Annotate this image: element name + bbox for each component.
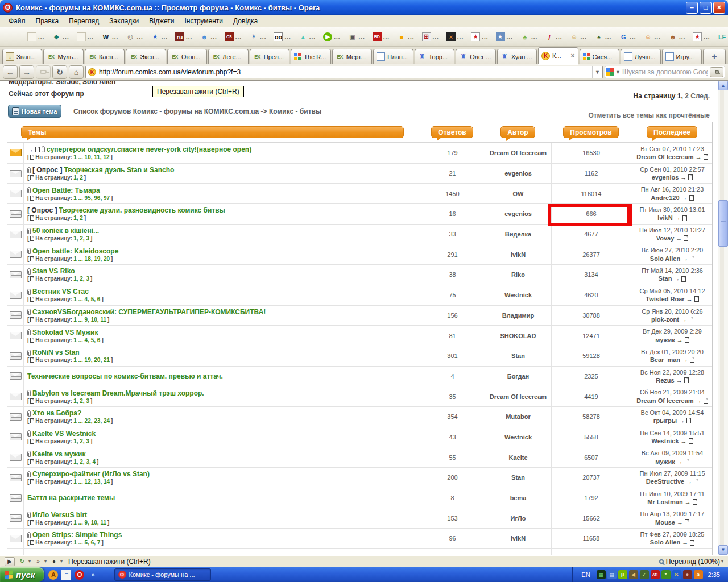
forward-button[interactable]: →	[19, 65, 34, 79]
goto-latest-icon[interactable]: →	[675, 214, 681, 222]
minimize-button[interactable]: –	[686, 2, 698, 14]
tab-[interactable]: KК...×	[538, 47, 578, 64]
tray-a-icon[interactable]: a	[694, 570, 703, 579]
bookmark-item[interactable]: ...	[77, 32, 94, 41]
page-links[interactable]: 1 ... 12, 13, 14	[73, 479, 110, 485]
quicklaunch-opera-icon[interactable]: O	[75, 570, 84, 580]
lastpost-author-link[interactable]: Solo Alien	[650, 255, 680, 263]
scroll-down-icon[interactable]: ▼	[718, 545, 728, 555]
topic-title-link[interactable]: Stan VS Riko	[32, 267, 75, 275]
bookmark-item[interactable]: ■...	[397, 32, 414, 41]
new-topic-button[interactable]: Новая тема	[8, 105, 61, 118]
topic-title-link[interactable]: Вестник VS Стас	[32, 288, 89, 296]
images-toggle-icon-dropdown[interactable]: ▾	[44, 559, 47, 564]
tab-[interactable]: EXМерт...	[332, 49, 372, 64]
page-reload-icon[interactable]: ↻	[17, 557, 27, 566]
goto-latest-icon[interactable]: →	[677, 458, 683, 465]
tab-[interactable]: ↓Зван...	[2, 49, 42, 64]
tray-led-grid-icon[interactable]: ▦	[597, 570, 606, 579]
goto-latest-icon[interactable]: →	[677, 518, 683, 526]
tab-[interactable]: ♜Хуан ...	[497, 49, 537, 64]
bookmark-item[interactable]: W...	[101, 32, 118, 41]
bookmark-item[interactable]: ★...	[471, 32, 488, 41]
bookmark-item[interactable]: G...	[619, 32, 636, 41]
page-reload-icon-dropdown[interactable]: ▾	[28, 559, 31, 564]
goto-latest-icon[interactable]: →	[696, 153, 702, 161]
topic-title-link[interactable]: Kaelte VS Westnick	[32, 430, 96, 438]
tray-wing-icon[interactable]: ✓	[640, 570, 649, 579]
bookmark-item[interactable]: ♠...	[594, 32, 611, 41]
bookmark-item[interactable]: ◎...	[126, 32, 143, 41]
goto-latest-icon[interactable]: →	[676, 234, 682, 242]
vertical-scrollbar[interactable]: ▲ ▼	[718, 81, 728, 555]
maximize-button[interactable]: □	[700, 2, 712, 14]
page-links[interactable]: 1 ... 4, 5, 6	[73, 337, 100, 343]
page-links[interactable]: 1 ... 95, 96, 97	[73, 195, 110, 201]
tray-volume-icon[interactable]: ◀	[629, 570, 638, 579]
language-indicator[interactable]: EN	[577, 571, 594, 578]
menu-item-Перегляд[interactable]: Перегляд	[64, 16, 104, 26]
lastpost-author-link[interactable]: Bear_man	[650, 356, 680, 364]
bookmark-item[interactable]: ⊞...	[422, 32, 439, 41]
bookmark-item[interactable]: ☻...	[200, 32, 217, 41]
lastpost-author-link[interactable]: Vovay	[656, 234, 675, 242]
topic-title-link[interactable]: Баттл на раскрытие темы	[27, 494, 115, 502]
topic-title-link[interactable]: Kaelte vs мужик	[32, 450, 85, 458]
bookmark-item[interactable]: ☀...	[249, 32, 266, 41]
tab-[interactable]: EXЭксп...	[126, 49, 166, 64]
url-field[interactable]: K http://forum.comics.com.ua/viewforum.p…	[85, 66, 603, 78]
goto-latest-icon[interactable]: →	[696, 397, 702, 405]
tab-[interactable]: Лучш...	[621, 49, 660, 64]
bookmark-item[interactable]: ☻...	[668, 32, 685, 41]
bookmark-item[interactable]: ...	[27, 32, 44, 41]
quick-launch-overflow-icon[interactable]: »	[89, 571, 97, 578]
page-links[interactable]: 1, 2	[73, 215, 83, 221]
topic-title-link[interactable]: Суперхиро-файтинг (ИгЛо vs Stan)	[32, 470, 150, 478]
bookmark-item[interactable]: ▣...	[348, 32, 365, 41]
tab-[interactable]: ♜Торр...	[415, 49, 454, 64]
topic-title-link[interactable]: Open battle: Kaleidoscope	[32, 247, 118, 255]
search-button[interactable]	[710, 67, 723, 77]
lastpost-author-link[interactable]: мужик	[655, 458, 675, 465]
topic-title-link[interactable]: Babylon vs Icecream Dream.Мрачный трэш х…	[32, 389, 204, 397]
bookmark-item[interactable]: ▶...	[323, 32, 340, 41]
page-links[interactable]: 1 ... 19, 20, 21	[73, 357, 110, 363]
breadcrumb-forum-list-link[interactable]: Список форумов Комикс - форумы на КОМИКС…	[73, 107, 259, 115]
topic-title-link[interactable]: Технические вопросы по комикс-битвам. пр…	[27, 372, 223, 380]
bookmark-item[interactable]: ★...	[693, 32, 710, 41]
tray-network-icon[interactable]: ▤	[607, 570, 617, 579]
topic-title-link[interactable]: СахновVSБогдановский: СУПЕРМЕГАУЛЬТРАГИП…	[32, 308, 266, 316]
lastpost-author-link[interactable]: Mr Lostman	[647, 498, 682, 506]
search-box[interactable]: ▼ Шукати за допомогою Google	[605, 66, 725, 78]
page-links[interactable]: 1 ... 22, 23, 24	[73, 418, 110, 424]
scroll-up-icon[interactable]: ▲	[718, 81, 728, 90]
goto-latest-icon[interactable]: →	[682, 255, 688, 263]
topic-title-link[interactable]: Хто на Бобра?	[32, 409, 81, 417]
topic-title-link[interactable]: супергерои олдскул.спасите never-york ci…	[47, 146, 251, 153]
tray-ati-icon[interactable]: ATI	[651, 570, 660, 579]
images-toggle-icon[interactable]: »	[33, 557, 43, 566]
page-links[interactable]: 1 ... 9, 10, 11	[73, 519, 106, 526]
page-links[interactable]: 1, 2, 3	[73, 276, 89, 282]
goto-latest-icon[interactable]: →	[682, 356, 688, 364]
url-text[interactable]: http://forum.comics.com.ua/viewforum.php…	[99, 68, 589, 76]
bookmark-item[interactable]: ♣...	[520, 32, 537, 41]
topic-title-link[interactable]: Творческие дуэли. разновидность комикс б…	[59, 206, 225, 214]
tray-utorrent-icon[interactable]: µ	[618, 570, 627, 579]
page-links[interactable]: 1, 2, 3	[73, 235, 89, 242]
menu-item-Закладки[interactable]: Закладки	[104, 16, 144, 26]
quicklaunch-avant-icon[interactable]: A	[48, 570, 58, 580]
topic-title-link[interactable]: Open Battle: Тьмара	[32, 186, 100, 194]
lock-key-button[interactable]	[36, 65, 51, 79]
tab-[interactable]: Сися...	[580, 49, 619, 64]
lastpost-author-link[interactable]: Dream Of Icecream	[636, 397, 693, 405]
breadcrumb-forum-link[interactable]: Комикс - битвы	[269, 107, 321, 115]
task-button[interactable]: O Комикс - форумы на ...	[114, 568, 211, 581]
page-links[interactable]: 1 ... 9, 10, 11	[73, 317, 106, 323]
lastpost-author-link[interactable]: Mouse	[655, 518, 675, 526]
bookmark-item[interactable]: LF...	[718, 32, 728, 41]
lastpost-author-link[interactable]: evgenios	[652, 173, 679, 181]
menu-item-Правка[interactable]: Правка	[31, 16, 64, 26]
topic-title-link[interactable]: Творческая дуэль Stan и Sancho	[64, 166, 174, 174]
goto-latest-icon[interactable]: →	[681, 315, 687, 323]
